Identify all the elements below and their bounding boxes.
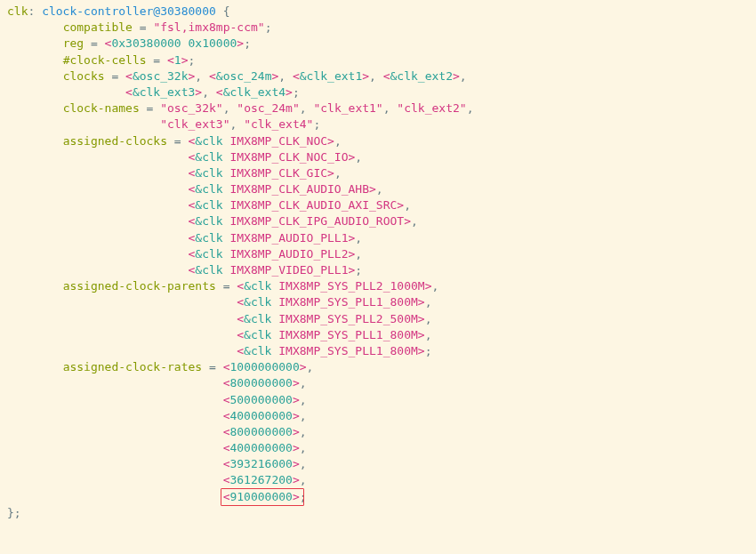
prop-assigned-clocks: assigned-clocks <box>63 134 167 148</box>
prop-reg: reg <box>63 36 84 50</box>
closing-brace: }; <box>7 506 21 519</box>
node-name: clock-controller@30380000 <box>42 4 216 18</box>
prop-assigned-clock-parents: assigned-clock-parents <box>63 279 216 293</box>
prop-compatible: compatible <box>63 20 133 34</box>
prop-clocks: clocks <box>63 69 105 83</box>
code-block: clk: clock-controller@30380000 { compati… <box>0 0 756 525</box>
prop-clock-names: clock-names <box>63 101 140 115</box>
prop-assigned-clock-rates: assigned-clock-rates <box>63 360 203 373</box>
prop-clock-cells: #clock-cells <box>63 53 147 67</box>
node-label: clk <box>7 4 28 18</box>
